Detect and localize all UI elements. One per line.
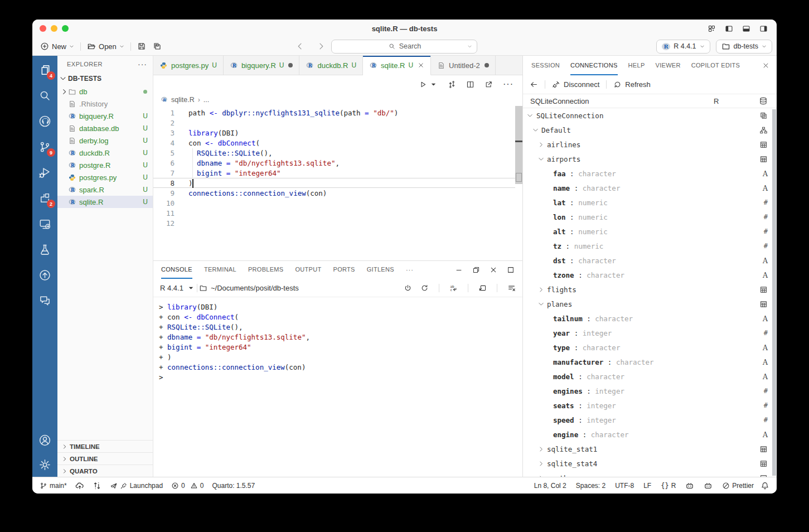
panel-tab-gitlens[interactable]: GITLENS xyxy=(367,261,394,279)
connections-tree-row-sqlite_stat1[interactable]: sqlite_stat1 xyxy=(523,442,777,456)
connections-tree-row-SQLiteConnection[interactable]: SQLiteConnection xyxy=(523,108,777,123)
connections-tree-row-flights[interactable]: flights xyxy=(523,282,777,297)
working-directory[interactable]: ~/Documents/posit/db-tests xyxy=(199,284,299,292)
code-editor[interactable]: 1path <- dbplyr::nycflights131_sqlite(pa… xyxy=(153,106,522,260)
code-line-11[interactable]: 11 xyxy=(153,209,515,219)
launchpad-button[interactable]: Launchpad xyxy=(110,482,163,490)
new-button[interactable]: New xyxy=(37,42,77,51)
connections-tree-row-alt[interactable]: alt : numeric# xyxy=(523,224,777,239)
connections-tree-row-dst[interactable]: dst : characterA xyxy=(523,253,777,268)
chevron-right-icon[interactable] xyxy=(537,460,545,467)
connections-tree-row-weather[interactable]: weather xyxy=(523,471,777,477)
chevron-right-icon[interactable] xyxy=(537,141,545,148)
console-output[interactable]: > library(DBI)+ con <- dbConnect(+ RSQLi… xyxy=(153,297,522,477)
close-panel-icon[interactable] xyxy=(490,266,497,274)
copilot-icon[interactable] xyxy=(685,481,694,490)
connection-header-row[interactable]: SQLiteConnection R xyxy=(523,94,777,108)
connections-tree-row-tz[interactable]: tz : numeric# xyxy=(523,239,777,253)
back-button[interactable] xyxy=(530,80,538,89)
connections-tree-row-engines[interactable]: engines : integer# xyxy=(523,384,777,398)
panel-tab-terminal[interactable]: TERMINAL xyxy=(204,261,236,279)
editor-tab-duckdb.R[interactable]: Rduckdb.RU xyxy=(299,56,363,75)
close-panel-icon[interactable] xyxy=(762,62,769,69)
code-line-2[interactable]: 2 xyxy=(153,118,515,128)
editor-tab-bigquery.R[interactable]: Rbigquery.RU xyxy=(224,56,300,75)
word-wrap-button[interactable]: abc xyxy=(449,284,458,292)
eol-indicator[interactable]: LF xyxy=(643,482,651,490)
explorer-more-actions[interactable]: ··· xyxy=(138,60,147,69)
forward-button[interactable] xyxy=(317,42,326,51)
save-all-button[interactable] xyxy=(149,42,165,51)
connections-tree-row-type[interactable]: type : characterA xyxy=(523,340,777,355)
code-line-12[interactable]: 12 xyxy=(153,219,515,229)
chevron-right-icon[interactable] xyxy=(537,475,545,477)
chevron-down-icon[interactable] xyxy=(537,301,545,308)
connections-tree-row-tailnum[interactable]: tailnum : characterA xyxy=(523,311,777,326)
notifications-bell-icon[interactable] xyxy=(760,481,769,490)
quarto-version[interactable]: Quarto: 1.5.57 xyxy=(212,482,255,490)
run-file-button[interactable] xyxy=(419,80,438,89)
connections-tree-row-planes[interactable]: planes xyxy=(523,297,777,311)
back-button[interactable] xyxy=(295,42,304,51)
open-button[interactable]: Open xyxy=(84,42,128,51)
refresh-button[interactable]: Refresh xyxy=(613,80,651,89)
activity-source-control-button[interactable]: 9 xyxy=(32,134,57,159)
connections-tree-row-airports[interactable]: airports xyxy=(523,152,777,166)
editor-tab-sqlite.R[interactable]: Rsqlite.RU xyxy=(363,56,431,75)
connections-tree-row-lat[interactable]: lat : numeric# xyxy=(523,195,777,210)
toggle-right-panel-icon[interactable] xyxy=(759,25,768,33)
console-runtime-selector[interactable]: R 4.4.1 xyxy=(160,284,195,292)
language-mode[interactable]: {} R xyxy=(661,482,676,490)
connections-tree-row-engine[interactable]: engine : characterA xyxy=(523,427,777,442)
connections-tree-row-sqlite_stat4[interactable]: sqlite_stat4 xyxy=(523,456,777,471)
right-tab-copilot-edits[interactable]: COPILOT EDITS xyxy=(691,56,740,75)
activity-testing-button[interactable] xyxy=(32,236,57,262)
save-button[interactable] xyxy=(134,42,149,51)
encoding-indicator[interactable]: UTF-8 xyxy=(615,482,634,490)
activity-remote-explorer-button[interactable] xyxy=(32,211,57,236)
connections-tree-row-Default[interactable]: Default xyxy=(523,123,777,137)
close-tab-icon[interactable] xyxy=(418,62,424,69)
toggle-bottom-panel-icon[interactable] xyxy=(742,25,750,33)
sidebar-section-quarto[interactable]: QUARTO xyxy=(57,465,153,477)
chevron-down-icon[interactable] xyxy=(526,112,534,119)
breadcrumb[interactable]: R sqlite.R › ... xyxy=(153,93,522,106)
copilot-chat-icon[interactable] xyxy=(704,481,713,490)
connections-tree-row-airlines[interactable]: airlines xyxy=(523,137,777,152)
sidebar-section-outline[interactable]: OUTLINE xyxy=(57,452,153,465)
connections-tree-row-lon[interactable]: lon : numeric# xyxy=(523,210,777,224)
activity-publish-button[interactable] xyxy=(32,262,57,288)
restart-console-button[interactable] xyxy=(420,284,429,292)
minimize-panel-icon[interactable] xyxy=(455,266,463,274)
search-input[interactable]: Search xyxy=(331,40,477,54)
panel-tab-problems[interactable]: PROBLEMS xyxy=(248,261,284,279)
connections-tree-row-name[interactable]: name : characterA xyxy=(523,181,777,195)
workspace-selector[interactable]: db-tests xyxy=(716,40,772,54)
connections-tree-row-faa[interactable]: faa : characterA xyxy=(523,166,777,181)
activity-run-debug-button[interactable] xyxy=(32,159,57,185)
activity-settings-button[interactable] xyxy=(32,452,57,477)
explorer-item-sqlite.R[interactable]: Rsqlite.RU xyxy=(57,196,153,208)
right-tab-help[interactable]: HELP xyxy=(628,56,645,75)
explorer-item-db[interactable]: db xyxy=(57,85,153,98)
explorer-item-.Rhistory[interactable]: .Rhistory xyxy=(57,98,153,110)
activity-comments-button[interactable] xyxy=(32,288,57,313)
panel-tab-output[interactable]: OUTPUT xyxy=(295,261,321,279)
editor-tab-postgres.py[interactable]: postgres.pyU xyxy=(153,56,224,75)
explorer-item-spark.R[interactable]: Rspark.RU xyxy=(57,183,153,196)
connections-tree-row-speed[interactable]: speed : integer# xyxy=(523,413,777,427)
right-tab-connections[interactable]: CONNECTIONS xyxy=(570,56,618,75)
git-branch-indicator[interactable]: main* xyxy=(40,482,67,490)
activity-github-button[interactable] xyxy=(32,108,57,134)
code-line-7[interactable]: 7 bigint = "integer64" xyxy=(153,168,515,178)
right-tab-viewer[interactable]: VIEWER xyxy=(656,56,681,75)
chevron-down-icon[interactable] xyxy=(537,156,545,163)
activity-extensions-button[interactable]: 2 xyxy=(32,185,57,211)
right-tab-session[interactable]: SESSION xyxy=(531,56,560,75)
clear-console-button[interactable] xyxy=(507,284,516,292)
activity-explorer-button[interactable]: 4 xyxy=(32,57,57,83)
formatter-indicator[interactable]: Prettier xyxy=(722,482,754,490)
explorer-item-bigquery.R[interactable]: Rbigquery.RU xyxy=(57,110,153,122)
code-line-9[interactable]: 9connections::connection_view(con) xyxy=(153,188,515,199)
code-line-3[interactable]: 3library(DBI) xyxy=(153,128,515,138)
